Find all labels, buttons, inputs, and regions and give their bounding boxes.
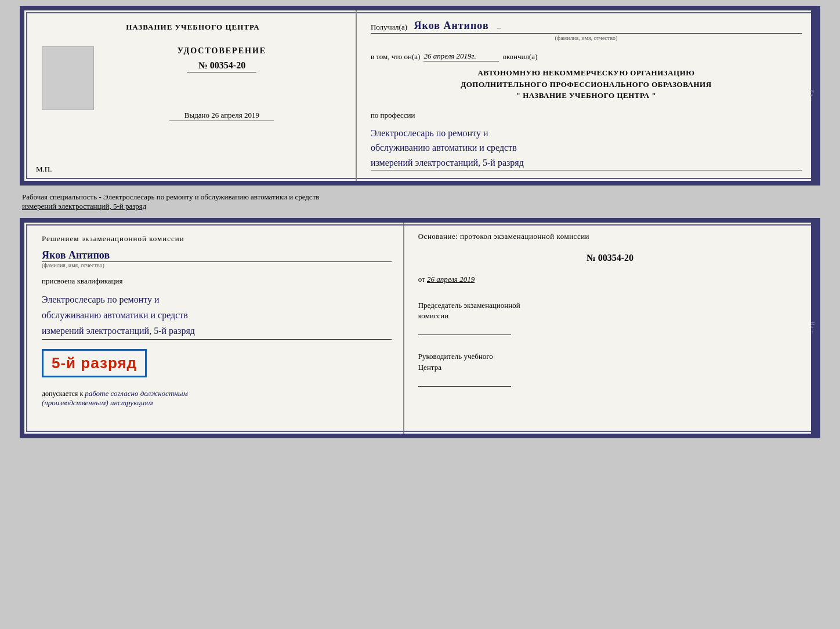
specialty-text: Рабочая специальность - Электрослесарь п…	[22, 192, 319, 201]
bottom-left-panel: Решением экзаменационной комиссии Яков А…	[24, 223, 404, 434]
completion-date: 26 апреля 2019г.	[423, 52, 499, 61]
right-side-decoration: И а ←	[811, 10, 819, 181]
org-line3: " НАЗВАНИЕ УЧЕБНОГО ЦЕНТРА "	[371, 90, 802, 101]
received-prefix: Получил(а)	[371, 23, 407, 32]
finished-word: окончил(а)	[502, 52, 537, 61]
in-that-prefix: в том, что он(а)	[371, 52, 421, 61]
profession-label: по профессии	[371, 111, 802, 120]
allowed-line: допускается к работе согласно должностны…	[42, 389, 392, 408]
bottom-side-label: И а ←	[810, 322, 815, 334]
bottom-right-panel: Основание: протокол экзаменационной коми…	[404, 223, 816, 434]
allowed-prefix: допускается к	[42, 390, 83, 398]
specialty-line: Рабочая специальность - Электрослесарь п…	[20, 191, 820, 212]
recipient-subtext: (фамилия, имя, отчество)	[371, 35, 802, 41]
received-line: Получил(а) Яков Антипов –	[371, 20, 802, 34]
manager-block: Руководитель учебного Центра	[418, 351, 802, 386]
qualification-handwritten: Электрослесарь по ремонту и обслуживанию…	[42, 292, 392, 340]
date-prefix: от	[418, 275, 425, 283]
photo-placeholder	[42, 46, 94, 110]
decision-text: Решением экзаменационной комиссии	[42, 234, 392, 243]
protocol-number: № 00354-20	[418, 253, 802, 263]
chairman-title: Председатель экзаменационной комиссии	[418, 300, 802, 321]
bottom-certificate: Решением экзаменационной комиссии Яков А…	[20, 218, 820, 438]
org-title: НАЗВАНИЕ УЧЕБНОГО ЦЕНТРА	[126, 22, 260, 32]
recipient-name: Яков Антипов	[414, 20, 489, 32]
qual-line3: измерений электростанций, 5-й разряд	[42, 323, 392, 339]
name-subtext: (фамилия, имя, отчество)	[42, 262, 392, 268]
profession-line3: измерений электростанций, 5-й разряд	[371, 155, 802, 170]
qual-line2: обслуживанию автоматики и средств	[42, 307, 392, 323]
profession-line1: Электрослесарь по ремонту и	[371, 126, 802, 141]
issued-date: 26 апреля 2019	[211, 111, 259, 119]
bottom-right-side-decoration: И а ←	[811, 223, 819, 434]
issued-label: Выдано	[184, 111, 209, 119]
specialty-text2: измерений электростанций, 5-й разряд	[22, 202, 146, 210]
org-block: АВТОНОМНУЮ НЕКОММЕРЧЕСКУЮ ОРГАНИЗАЦИЮ ДО…	[371, 67, 802, 101]
side-labels-text: И а ←	[809, 89, 814, 101]
cert-label: УДОСТОВЕРЕНИЕ	[178, 46, 266, 56]
person-block: Яков Антипов (фамилия, имя, отчество)	[42, 249, 392, 268]
top-right-panel: Получил(а) Яков Антипов – (фамилия, имя,…	[357, 10, 816, 181]
in-that-line: в том, что он(а) 26 апреля 2019г. окончи…	[371, 52, 802, 61]
manager-title: Руководитель учебного Центра	[418, 351, 802, 372]
rank-badge: 5-й разряд	[42, 349, 147, 377]
received-block: Получил(а) Яков Антипов – (фамилия, имя,…	[371, 20, 802, 41]
top-left-panel: НАЗВАНИЕ УЧЕБНОГО ЦЕНТРА УДОСТОВЕРЕНИЕ №…	[24, 10, 357, 181]
date-line: от 26 апреля 2019	[418, 275, 802, 284]
org-line1: АВТОНОМНУЮ НЕКОММЕРЧЕСКУЮ ОРГАНИЗАЦИЮ	[371, 67, 802, 79]
basis-text: Основание: протокол экзаменационной коми…	[418, 232, 802, 241]
top-certificate: НАЗВАНИЕ УЧЕБНОГО ЦЕНТРА УДОСТОВЕРЕНИЕ №…	[20, 6, 820, 186]
qual-line1: Электрослесарь по ремонту и	[42, 292, 392, 307]
date-value: 26 апреля 2019	[427, 275, 475, 283]
person-name: Яков Антипов	[42, 249, 392, 262]
chairman-block: Председатель экзаменационной комиссии	[418, 300, 802, 335]
chairman-signature-line	[418, 323, 511, 335]
manager-signature-line	[418, 375, 511, 387]
org-line2: ДОПОЛНИТЕЛЬНОГО ПРОФЕССИОНАЛЬНОГО ОБРАЗО…	[371, 79, 802, 90]
mp-label: М.П.	[36, 165, 52, 174]
document-wrapper: НАЗВАНИЕ УЧЕБНОГО ЦЕНТРА УДОСТОВЕРЕНИЕ №…	[20, 6, 820, 438]
profession-line2: обслуживанию автоматики и средств	[371, 140, 802, 155]
profession-handwritten: Электрослесарь по ремонту и обслуживанию…	[371, 126, 802, 171]
issued-line: Выдано 26 апреля 2019	[169, 111, 274, 121]
assigned-text: присвоена квалификация	[42, 277, 392, 286]
cert-number: № 00354-20	[187, 60, 256, 72]
